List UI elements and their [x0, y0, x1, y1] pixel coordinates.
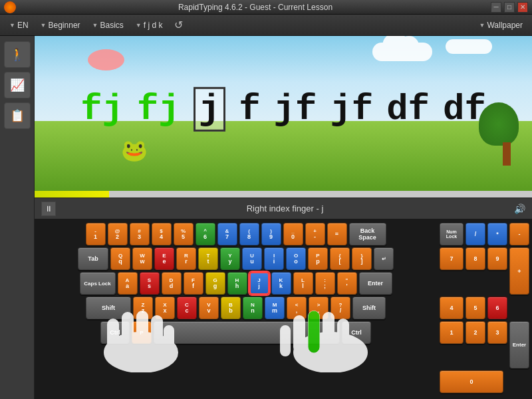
key-k[interactable]: Kk	[271, 272, 291, 295]
lesson-selector[interactable]: ▼ f j d k	[132, 19, 167, 31]
key-rbracket[interactable]: }]	[352, 247, 372, 270]
key-num-3[interactable]: 3	[487, 321, 507, 344]
key-x[interactable]: Xx	[155, 297, 175, 319]
key-num-plus[interactable]: +	[509, 247, 529, 295]
key-fn[interactable]: P	[132, 321, 152, 344]
char-6: df	[386, 88, 430, 129]
key-c[interactable]: Cc	[177, 297, 197, 319]
key-t[interactable]: Tt	[198, 247, 218, 270]
key-o[interactable]: Oo	[286, 247, 306, 270]
key-num-0[interactable]: 0	[440, 370, 503, 393]
char-2: fj	[137, 88, 180, 129]
key-tab[interactable]: Tab	[78, 247, 108, 270]
keyboard-row-qwerty: Tab Qq Ww Ee Rr Tt Yy Uu Ii Oo Pp {[	[37, 247, 434, 270]
key-w[interactable]: Ww	[132, 247, 152, 270]
key-b[interactable]: Bb	[221, 297, 241, 319]
key-8[interactable]: (8	[239, 223, 259, 245]
key-d[interactable]: Dd	[162, 272, 182, 295]
key-6[interactable]: ^6	[196, 223, 215, 245]
keyboard-main: -1 @2 #3 $4 %5 ^6 &7 (8 )9 _0 +- =	[37, 223, 529, 395]
key-9[interactable]: )9	[261, 223, 281, 245]
sidebar-item-lesson[interactable]: 🚶	[4, 41, 31, 68]
numpad-row-2: 7 8 9 +	[440, 247, 529, 295]
level-selector[interactable]: ▼ Beginner	[37, 19, 84, 31]
key-enter-top[interactable]: ↵	[374, 247, 394, 270]
key-num-star[interactable]: *	[487, 223, 507, 245]
key-quote[interactable]: "'	[337, 272, 357, 295]
key-ctrl-right[interactable]: Ctrl	[342, 321, 371, 344]
decorative-cloud-left	[88, 49, 124, 70]
key-slash[interactable]: ?/	[331, 297, 350, 319]
pause-button[interactable]: ⏸	[41, 201, 56, 216]
key-period[interactable]: >.	[309, 297, 329, 319]
sidebar-item-stats[interactable]: 📈	[4, 72, 31, 98]
keyboard-area: -1 @2 #3 $4 %5 ^6 &7 (8 )9 _0 +- =	[35, 219, 532, 399]
close-button[interactable]: ✕	[517, 2, 528, 13]
key-num-enter[interactable]: Enter	[509, 321, 529, 368]
key-v[interactable]: Vv	[199, 297, 219, 319]
key-lbracket[interactable]: {[	[330, 247, 350, 270]
key-numlock[interactable]: NumLock	[440, 223, 464, 245]
key-3[interactable]: #3	[130, 223, 150, 245]
key-num-5[interactable]: 5	[466, 297, 485, 319]
key-num-2[interactable]: 2	[466, 321, 485, 344]
key-m[interactable]: Mm	[265, 297, 285, 319]
char-5: jf	[330, 88, 373, 129]
key-spacebar[interactable]	[154, 321, 340, 344]
key-num-9[interactable]: 9	[487, 247, 507, 270]
key-shift-right[interactable]: Shift	[352, 297, 386, 319]
key-num-7[interactable]: 7	[440, 247, 464, 270]
key-5[interactable]: %5	[174, 223, 194, 245]
key-p[interactable]: Pp	[308, 247, 328, 270]
key-r[interactable]: Rr	[176, 247, 196, 270]
key-g[interactable]: Gg	[205, 272, 225, 295]
key-j[interactable]: Jj	[249, 272, 269, 295]
keyboard-row-zxcv: Shift Zz Xx Cc Vv Bb Nn Mm <, >. ?/ Shif…	[37, 297, 434, 319]
key-4[interactable]: $4	[152, 223, 172, 245]
key-z[interactable]: Zz	[133, 297, 153, 319]
key-num-4[interactable]: 4	[440, 297, 464, 319]
key-7[interactable]: &7	[217, 223, 237, 245]
key-num-8[interactable]: 8	[466, 247, 485, 270]
key-shift-left[interactable]: Shift	[86, 297, 131, 319]
key-num-1[interactable]: 1	[440, 321, 464, 344]
key-h[interactable]: Hh	[227, 272, 247, 295]
key-backspace[interactable]: BackSpace	[349, 223, 386, 245]
key-s[interactable]: Ss	[140, 272, 160, 295]
key-eq[interactable]: +-	[305, 223, 325, 245]
key-e[interactable]: Ee	[154, 247, 174, 270]
key-y[interactable]: Yy	[220, 247, 240, 270]
key-caps[interactable]: Caps Lock	[80, 272, 116, 295]
key-minus[interactable]: -1	[86, 223, 106, 245]
key-l[interactable]: Ll	[293, 272, 313, 295]
key-num-6[interactable]: 6	[487, 297, 507, 319]
minimize-button[interactable]: ─	[491, 2, 501, 13]
key-bracket[interactable]: =	[327, 223, 347, 245]
key-a[interactable]: Aa	[118, 272, 138, 295]
lesson-area: 🐸 fj fj jf jf jf df df	[35, 36, 532, 191]
ground-background	[35, 121, 532, 191]
volume-icon[interactable]: 🔊	[514, 203, 525, 214]
key-q[interactable]: Qq	[110, 247, 130, 270]
key-num-minus[interactable]: -	[509, 223, 529, 245]
key-2[interactable]: @2	[108, 223, 128, 245]
keyboard-row-asdf: Caps Lock Aa Ss Dd Ff Gg Hh Jj Kk Ll :; …	[37, 272, 434, 295]
key-semicolon[interactable]: :;	[315, 272, 335, 295]
key-f[interactable]: Ff	[184, 272, 203, 295]
key-i[interactable]: Ii	[264, 247, 284, 270]
sidebar-item-courses[interactable]: 📋	[4, 102, 31, 129]
refresh-button[interactable]: ↺	[170, 17, 187, 33]
key-n[interactable]: Nn	[243, 297, 263, 319]
maximize-button[interactable]: □	[504, 2, 515, 13]
numpad: NumLock / * - 7 8 9 + 4	[440, 223, 529, 395]
key-enter[interactable]: Enter	[359, 272, 392, 295]
wallpaper-selector[interactable]: ▼ Wallpaper	[475, 19, 527, 31]
key-u[interactable]: Uu	[242, 247, 262, 270]
sidebar: 🚶 📈 📋	[0, 36, 35, 399]
key-ctrl-left[interactable]: Ctrl	[100, 321, 130, 344]
key-num-slash[interactable]: /	[466, 223, 485, 245]
course-selector[interactable]: ▼ Basics	[88, 19, 128, 31]
key-comma[interactable]: <,	[287, 297, 307, 319]
language-selector[interactable]: ▼ EN	[5, 19, 33, 31]
key-0[interactable]: _0	[283, 223, 303, 245]
